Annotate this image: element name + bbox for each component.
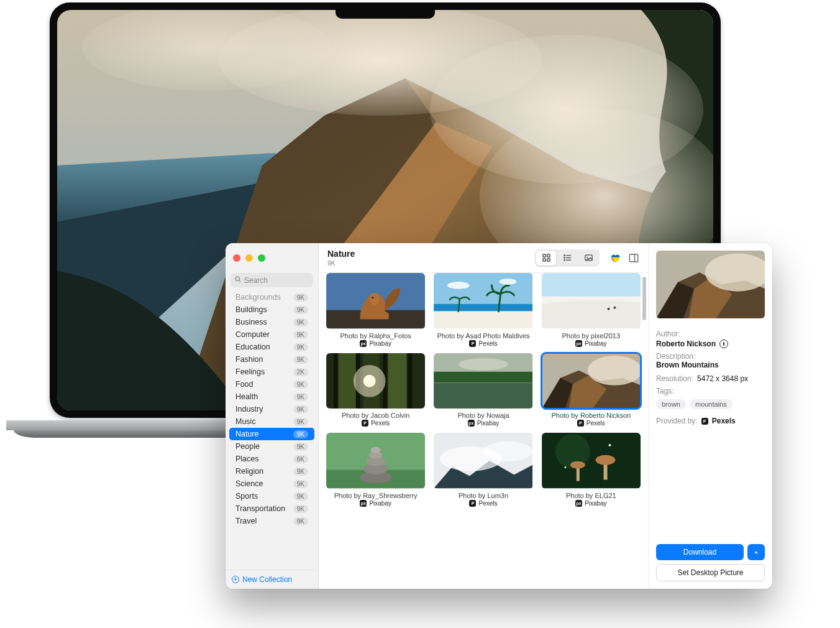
sidebar-item-fashion[interactable]: Fashion9K [229,353,314,366]
photo-caption: Photo by Ralphs_Fotos [340,332,411,339]
sidebar-item-count: 9K [293,356,308,364]
sidebar-item-travel[interactable]: Travel9K [229,515,314,527]
download-button[interactable]: Download [656,544,744,560]
photo-thumbnail[interactable] [434,433,532,489]
photo-thumbnail[interactable] [434,273,532,329]
sidebar-item-label: Industry [235,405,263,413]
sidebar-item-places[interactable]: Places6K [229,453,314,465]
single-view-button[interactable] [578,251,598,266]
sidebar-item-count: 9K [293,468,308,476]
set-wallpaper-button[interactable]: Set Desktop Picture [656,564,765,581]
photo-source-label: Pexels [587,420,605,427]
grid-viewport: PPexelspxPixabayPPexelsPhoto by Ralphs_F… [319,273,648,589]
app-window: Backgrounds9KBuildings9KBusiness9KComput… [226,243,772,589]
category-title: Nature [327,249,355,259]
sidebar-item-religion[interactable]: Religion9K [229,465,314,478]
photo-thumbnail[interactable] [326,273,425,329]
tag[interactable]: brown [656,399,686,409]
zoom-button[interactable] [258,254,265,262]
sidebar-item-count: 9K [293,293,308,302]
svg-rect-21 [656,251,765,318]
sidebar-item-business[interactable]: Business9K [229,316,314,328]
photo-caption: Photo by Lum3n [459,492,508,499]
sidebar-item-science[interactable]: Science9K [229,478,314,490]
sidebar-item-people[interactable]: People9K [229,440,314,453]
sidebar-item-label: Travel [235,517,257,525]
sidebar-item-label: Computer [235,330,270,339]
sidebar-item-computer[interactable]: Computer9K [229,328,314,341]
content: Nature 9K [319,243,648,589]
photo-source: PPexels [577,420,605,427]
photo-caption: Photo by Jacob Colvin [342,412,409,419]
sidebar-item-music[interactable]: Music9K [229,415,314,428]
photo-source-label: Pexels [478,340,497,347]
sidebar-item-count: 6K [293,455,308,463]
photo-source-label: Pexels [371,420,390,427]
sidebar-item-transportation[interactable]: Transportation9K [229,502,314,515]
sidebar-item-feelings[interactable]: Feelings2K [229,366,314,378]
sidebar-item-label: Feelings [235,367,265,376]
photo-source-label: Pixabay [369,340,391,347]
sidebar-item-count: 9K [293,480,308,488]
provided-source: Pexels [712,417,736,425]
svg-rect-8 [547,254,549,257]
sidebar-item-count: 2K [293,368,308,376]
sidebar-item-nature[interactable]: Nature9K [229,428,314,440]
photo-caption: Photo by ELG21 [566,492,616,499]
search-field[interactable] [231,273,313,287]
toolbar-right [609,252,639,264]
svg-point-5 [235,277,240,281]
svg-rect-7 [542,254,545,257]
sidebar-item-food[interactable]: Food9K [229,378,314,390]
photo-thumbnail[interactable] [434,353,532,409]
photo-thumbnail[interactable] [542,353,641,409]
close-button[interactable] [233,254,240,262]
photo-thumbnail[interactable] [326,353,425,409]
sidebar-item-sports[interactable]: Sports9K [229,490,314,502]
category-list: Backgrounds9KBuildings9KBusiness9KComput… [226,291,318,570]
sidebar-item-backgrounds[interactable]: Backgrounds9K [229,291,314,303]
sidebar-item-count: 9K [293,517,308,525]
sidebar-item-label: Nature [235,430,259,438]
photo-source: pxPixabay [360,500,391,507]
new-collection-button[interactable]: + New Collection [226,570,318,589]
source-badge-icon: P [362,420,368,427]
photo-thumbnail[interactable] [542,273,641,329]
sidebar-item-buildings[interactable]: Buildings9K [229,303,314,316]
photo-source: pxPixabay [575,340,607,347]
search-input[interactable] [244,276,309,285]
grid-view-button[interactable] [536,251,556,266]
sidebar-item-health[interactable]: Health9K [229,390,314,403]
photo-thumbnail[interactable] [326,433,425,489]
author-label: Author: [656,330,765,338]
photo-grid: PPexelspxPixabayPPexelsPhoto by Ralphs_F… [326,273,641,510]
photo-source-label: Pixabay [585,500,607,507]
photo-source: PPexels [362,420,390,427]
sidebar-item-count: 9K [293,405,308,413]
photo-card: Photo by Roberto NicksonPPexels [542,353,641,431]
download-menu-button[interactable] [747,544,765,560]
sidebar-item-label: Places [235,455,259,463]
author-link-icon[interactable] [719,339,728,348]
ukraine-heart-icon[interactable] [609,252,621,264]
sidebar-item-label: Religion [235,467,263,476]
tag[interactable]: mountains [690,399,733,409]
photo-source: pxPixabay [360,340,391,347]
provided-label: Provided by: [656,417,698,425]
sidebar-item-count: 9K [293,430,308,438]
sidebar-item-education[interactable]: Education9K [229,341,314,353]
sidebar-item-label: Fashion [235,355,263,364]
photo-thumbnail[interactable] [542,433,641,489]
minimize-button[interactable] [245,254,253,262]
list-view-button[interactable] [557,251,577,266]
source-badge-icon: P [701,418,708,425]
toggle-sidebar-button[interactable] [628,252,639,264]
sidebar-item-industry[interactable]: Industry9K [229,403,314,415]
resolution-value: 5472 x 3648 px [697,374,748,383]
source-badge-icon: px [468,420,475,427]
photo-caption: Photo by Nowaja [457,412,509,419]
sidebar-item-count: 9K [293,418,308,426]
sidebar-item-count: 9K [293,393,308,401]
sidebar-item-label: Science [235,479,263,488]
scrollbar-thumb[interactable] [642,277,646,320]
